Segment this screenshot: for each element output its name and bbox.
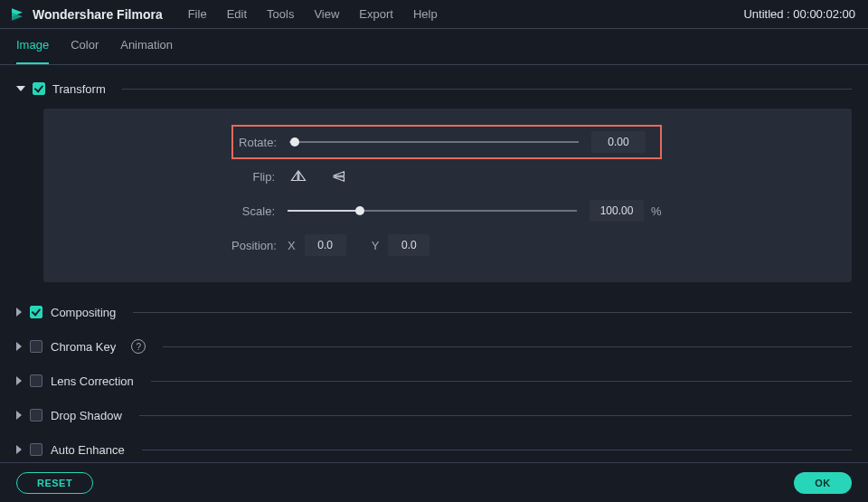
- scale-unit: %: [651, 204, 662, 218]
- footer: RESET OK: [0, 462, 868, 502]
- section-transform-header[interactable]: Transform: [16, 76, 852, 101]
- menu-view[interactable]: View: [314, 7, 339, 21]
- chevron-right-icon: [16, 308, 22, 317]
- section-compositing-title: Compositing: [51, 306, 116, 319]
- tab-image[interactable]: Image: [16, 38, 49, 64]
- section-compositing[interactable]: Compositing: [16, 295, 852, 329]
- flip-row: Flip:: [231, 159, 830, 194]
- chevron-right-icon: [16, 342, 22, 351]
- transform-panel: Rotate: Flip: Scale:: [43, 109, 852, 282]
- section-chroma-key-title: Chroma Key: [51, 340, 116, 354]
- divider: [133, 312, 852, 313]
- section-drop-shadow-title: Drop Shadow: [51, 409, 122, 422]
- rotate-row-highlight: Rotate:: [231, 125, 662, 159]
- flip-vertical-icon[interactable]: [329, 167, 351, 185]
- checkbox-lens-correction[interactable]: [30, 374, 42, 387]
- app-logo-icon: [9, 6, 25, 23]
- menu-help[interactable]: Help: [413, 7, 438, 21]
- subtabs: Image Color Animation: [0, 29, 868, 65]
- project-title: Untitled : 00:00:02:00: [743, 7, 855, 21]
- titlebar: Wondershare Filmora File Edit Tools View…: [0, 0, 868, 29]
- rotate-input[interactable]: [591, 131, 646, 153]
- chevron-right-icon: [16, 445, 22, 454]
- chevron-down-icon: [16, 86, 25, 91]
- menu-export[interactable]: Export: [359, 7, 393, 21]
- position-y-input[interactable]: [388, 234, 429, 256]
- checkbox-drop-shadow[interactable]: [30, 409, 42, 421]
- ok-button[interactable]: OK: [794, 472, 852, 494]
- position-x-input[interactable]: [305, 234, 346, 256]
- flip-label: Flip:: [231, 170, 288, 184]
- menu-file[interactable]: File: [188, 7, 207, 21]
- menu-edit[interactable]: Edit: [227, 7, 247, 21]
- content: Transform Rotate: Flip: Scale:: [0, 65, 868, 463]
- divider: [139, 415, 852, 416]
- section-chroma-key[interactable]: Chroma Key ?: [16, 329, 852, 364]
- divider: [151, 381, 852, 382]
- position-x-label: X: [288, 239, 296, 252]
- section-lens-correction[interactable]: Lens Correction: [16, 364, 852, 398]
- tab-animation[interactable]: Animation: [120, 38, 173, 64]
- section-drop-shadow[interactable]: Drop Shadow: [16, 398, 852, 432]
- section-lens-correction-title: Lens Correction: [51, 374, 134, 388]
- section-transform-title: Transform: [52, 82, 106, 96]
- app-title: Wondershare Filmora: [33, 7, 163, 22]
- rotate-label: Rotate:: [233, 136, 289, 149]
- scale-slider[interactable]: [288, 204, 577, 217]
- menu-tools[interactable]: Tools: [267, 7, 294, 21]
- checkbox-chroma-key[interactable]: [30, 340, 42, 353]
- flip-horizontal-icon[interactable]: [288, 167, 309, 185]
- chevron-right-icon: [16, 376, 22, 385]
- menubar: File Edit Tools View Export Help: [188, 7, 438, 21]
- position-y-label: Y: [372, 239, 380, 252]
- tab-color[interactable]: Color: [71, 38, 99, 64]
- scale-label: Scale:: [231, 204, 288, 218]
- divider: [163, 346, 852, 347]
- chevron-right-icon: [16, 411, 22, 420]
- rotate-slider[interactable]: [289, 136, 579, 148]
- checkbox-transform[interactable]: [33, 82, 45, 95]
- scale-input[interactable]: [590, 200, 644, 222]
- help-icon[interactable]: ?: [131, 339, 146, 354]
- position-row: Position: X Y: [231, 228, 830, 262]
- scale-row: Scale: %: [231, 194, 830, 228]
- checkbox-auto-enhance[interactable]: [30, 443, 42, 456]
- divider: [122, 89, 852, 90]
- section-auto-enhance[interactable]: Auto Enhance: [16, 432, 852, 463]
- section-auto-enhance-title: Auto Enhance: [51, 443, 125, 457]
- checkbox-compositing[interactable]: [30, 306, 42, 318]
- position-label: Position:: [231, 239, 288, 252]
- divider: [142, 450, 852, 450]
- reset-button[interactable]: RESET: [16, 472, 93, 494]
